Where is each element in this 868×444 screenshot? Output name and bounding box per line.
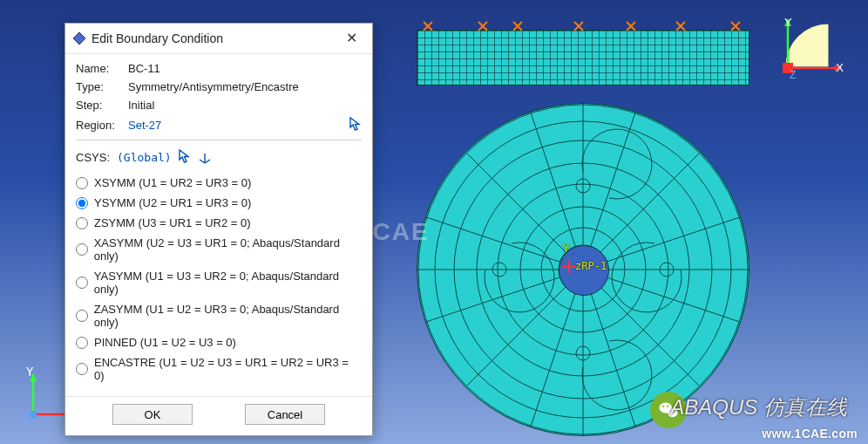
viewport[interactable]: Y zRP-1 X Y Z X Y Z 1CAE <box>0 0 868 444</box>
bc-option[interactable]: ENCASTRE (U1 = U2 = U3 = UR1 = UR2 = UR3… <box>76 352 362 386</box>
gizmo-x-label: X <box>836 61 844 74</box>
bc-option-radio[interactable] <box>76 177 88 189</box>
value-csys: (Global) <box>117 151 172 164</box>
center-hole <box>559 245 609 296</box>
svg-line-46 <box>200 160 205 163</box>
dialog-title: Edit Boundary Condition <box>92 31 339 45</box>
bc-option[interactable]: ZSYMM (U3 = UR1 = UR2 = 0) <box>76 213 362 233</box>
bc-option[interactable]: XSYMM (U1 = UR2 = UR3 = 0) <box>76 173 362 193</box>
edit-bc-dialog: Edit Boundary Condition ✕ Name: BC-11 Ty… <box>64 23 373 436</box>
bc-symbol <box>419 17 437 35</box>
url-label: www.1CAE.com <box>762 427 858 441</box>
label-step: Step: <box>76 99 128 112</box>
bc-option-label: YSYMM (U2 = UR1 = UR3 = 0) <box>94 196 251 209</box>
bc-symbol <box>672 17 689 35</box>
svg-point-39 <box>662 406 664 407</box>
bc-option-radio[interactable] <box>76 217 88 229</box>
bc-option-radio[interactable] <box>76 243 88 256</box>
label-csys: CSYS: <box>76 151 110 164</box>
gizmo-z-label: Z <box>790 69 796 81</box>
value-type: Symmetry/Antisymmetry/Encastre <box>128 80 362 93</box>
label-name: Name: <box>76 62 128 75</box>
view-cube-gizmo[interactable]: X Y Z <box>777 16 847 85</box>
cancel-button[interactable]: Cancel <box>245 404 325 425</box>
ok-button[interactable]: OK <box>112 404 193 425</box>
bc-symbol <box>509 17 526 35</box>
mesh-side-view <box>417 30 749 85</box>
bc-option[interactable]: YASYMM (U1 = U3 = UR2 = 0; Abaqus/Standa… <box>76 266 362 299</box>
value-name: BC-11 <box>128 62 362 75</box>
bc-option[interactable]: PINNED (U1 = U2 = U3 = 0) <box>76 332 362 352</box>
mesh-top-view <box>417 103 749 436</box>
bc-option-label: ENCASTRE (U1 = U2 = U3 = UR1 = UR2 = UR3… <box>94 356 362 382</box>
dialog-body: Name: BC-11 Type: Symmetry/Antisymmetry/… <box>65 54 372 396</box>
bc-option[interactable]: XASYMM (U2 = U3 = UR1 = 0; Abaqus/Standa… <box>76 233 362 266</box>
bc-option-radio[interactable] <box>76 197 88 209</box>
bc-symbol <box>622 17 640 35</box>
brand-label: ABAQUS 仿真在线 <box>670 393 847 421</box>
svg-marker-43 <box>73 32 85 44</box>
pick-region-icon[interactable] <box>349 117 362 133</box>
bc-option-radio[interactable] <box>76 277 88 289</box>
svg-point-40 <box>667 406 668 407</box>
bc-option[interactable]: YSYMM (U2 = UR1 = UR3 = 0) <box>76 193 362 213</box>
value-step: Initial <box>128 99 362 112</box>
bc-symbol <box>727 17 744 35</box>
bc-option-label: PINNED (U1 = U2 = U3 = 0) <box>94 336 236 349</box>
bc-option-label: ZSYMM (U3 = UR1 = UR2 = 0) <box>94 216 251 229</box>
svg-text:Y: Y <box>26 365 34 379</box>
dialog-titlebar[interactable]: Edit Boundary Condition ✕ <box>65 24 372 54</box>
value-region[interactable]: Set-27 <box>128 119 342 132</box>
bc-option[interactable]: ZASYMM (U1 = U2 = UR3 = 0; Abaqus/Standa… <box>76 299 362 332</box>
pick-csys-icon[interactable] <box>179 149 191 166</box>
bc-symbol <box>570 17 587 35</box>
bc-option-label: YASYMM (U1 = U3 = UR2 = 0; Abaqus/Standa… <box>94 270 362 296</box>
svg-point-33 <box>30 411 37 418</box>
svg-marker-32 <box>30 374 37 381</box>
bc-option-radio[interactable] <box>76 310 88 322</box>
svg-line-45 <box>205 160 210 163</box>
gizmo-y-label: Y <box>784 16 792 29</box>
create-csys-icon[interactable] <box>198 151 212 165</box>
bc-option-label: ZASYMM (U1 = U2 = UR3 = 0; Abaqus/Standa… <box>94 303 362 329</box>
bc-option-label: XASYMM (U2 = U3 = UR1 = 0; Abaqus/Standa… <box>94 236 362 263</box>
bc-symbol <box>474 17 492 35</box>
close-button[interactable]: ✕ <box>339 29 363 48</box>
bc-option-radio[interactable] <box>76 363 88 375</box>
bc-option-label: XSYMM (U1 = UR2 = UR3 = 0) <box>94 176 251 189</box>
svg-text:Z: Z <box>21 411 28 424</box>
bc-type-radio-group: XSYMM (U1 = UR2 = UR3 = 0)YSYMM (U2 = UR… <box>76 171 362 393</box>
bc-option-radio[interactable] <box>76 337 88 349</box>
dialog-icon <box>72 31 86 45</box>
label-region: Region: <box>76 119 128 132</box>
label-type: Type: <box>76 80 128 93</box>
